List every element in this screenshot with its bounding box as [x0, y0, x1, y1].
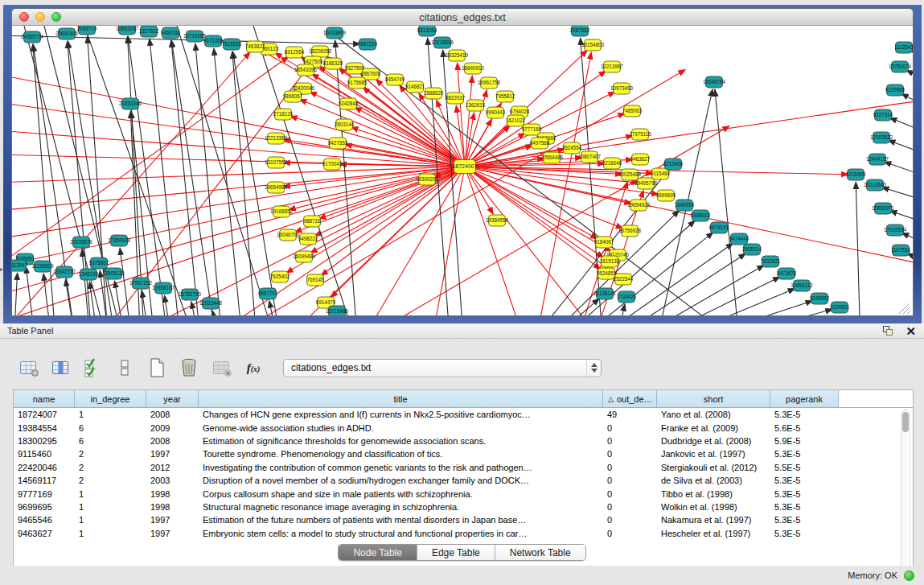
column-header-in_degree[interactable]: in_degree: [75, 390, 146, 407]
network-node[interactable]: 1167533: [891, 245, 911, 256]
tab-network-table[interactable]: Network Table: [495, 545, 585, 560]
network-node[interactable]: 13505115: [102, 268, 125, 279]
resize-grip-icon[interactable]: [899, 303, 910, 314]
network-node[interactable]: 9463627: [630, 154, 651, 165]
network-node[interactable]: 9896067: [283, 91, 303, 102]
network-node[interactable]: 7625402: [270, 271, 290, 282]
network-node[interactable]: 769145: [306, 274, 324, 286]
network-node[interactable]: 16099489: [293, 251, 316, 262]
table-row[interactable]: 911546021997Tourette syndrome. Phenomeno…: [14, 447, 901, 460]
network-node[interactable]: 18300295: [416, 174, 439, 185]
network-node[interactable]: 9245652: [810, 293, 830, 304]
network-node[interactable]: 16640910: [462, 63, 485, 74]
network-node[interactable]: 10025488: [618, 169, 642, 180]
network-node[interactable]: 1588520: [424, 88, 444, 99]
network-node[interactable]: 18724007: [452, 160, 477, 174]
network-node[interactable]: 7463822: [245, 41, 265, 52]
table-row[interactable]: 1872400712008Changes of HCN gene express…: [14, 408, 901, 421]
network-node[interactable]: 20206576: [70, 237, 93, 248]
network-node[interactable]: 11156809: [31, 261, 54, 272]
network-node[interactable]: 20564486: [540, 152, 564, 163]
network-node[interactable]: 13107557: [265, 157, 288, 168]
minimize-window-icon[interactable]: [35, 12, 45, 22]
column-header-out_de[interactable]: △out_de…: [603, 390, 657, 407]
network-node[interactable]: 9242848: [339, 98, 359, 109]
network-node[interactable]: 1615132: [600, 256, 620, 267]
show-column-icon[interactable]: [48, 356, 72, 380]
network-node[interactable]: 6879197: [709, 222, 729, 233]
network-node[interactable]: 9375887: [89, 257, 109, 269]
column-header-short[interactable]: short: [657, 390, 770, 407]
table-row[interactable]: 969969511998Structural magnetic resonanc…: [14, 501, 901, 513]
table-selector-dropdown[interactable]: citations_edges.txt: [283, 359, 602, 377]
delete-columns-icon[interactable]: [177, 356, 201, 380]
network-node[interactable]: 7632621: [761, 256, 781, 267]
network-node[interactable]: 10958107: [152, 282, 175, 294]
column-header-title[interactable]: title: [199, 390, 603, 407]
network-node[interactable]: 8471676: [777, 268, 797, 279]
network-node[interactable]: 9146821: [405, 81, 425, 93]
table-row[interactable]: 2242004622012Investigating the contribut…: [14, 461, 901, 474]
network-node[interactable]: 8912954: [285, 47, 305, 58]
network-node[interactable]: 10653267: [116, 26, 139, 35]
network-node[interactable]: 12093822: [870, 132, 893, 143]
row-options-icon[interactable]: [113, 356, 137, 380]
network-node[interactable]: 12444157: [866, 154, 889, 165]
network-node[interactable]: 9170043: [322, 159, 343, 170]
network-node[interactable]: 16033809: [323, 27, 347, 39]
select-columns-icon[interactable]: [80, 356, 105, 380]
network-node[interactable]: 12923448: [199, 298, 223, 309]
column-header-pagerank[interactable]: pagerank: [770, 390, 839, 407]
table-row[interactable]: 946554611997Estimation of the future num…: [14, 513, 901, 526]
network-node[interactable]: 15718485: [326, 306, 349, 316]
scrollbar-thumb[interactable]: [902, 412, 909, 432]
network-node[interactable]: 1621022: [506, 115, 526, 126]
network-node[interactable]: 3624554: [562, 142, 582, 154]
network-node[interactable]: 1733426: [617, 291, 637, 303]
network-node[interactable]: 8427552: [328, 138, 348, 149]
network-node[interactable]: 10807467: [578, 151, 602, 163]
network-node[interactable]: 2093719: [77, 26, 97, 35]
network-node[interactable]: 9474444: [729, 233, 749, 245]
network-node[interactable]: 8213496: [663, 159, 684, 170]
network-node[interactable]: 20053346: [119, 98, 142, 109]
network-node[interactable]: 7857224: [358, 39, 378, 50]
table-row[interactable]: 946362711997Embryonic stem cells: a mode…: [14, 527, 901, 540]
tab-node-table[interactable]: Node Table: [339, 545, 417, 560]
network-node[interactable]: 9671358: [203, 35, 224, 47]
table-settings-icon[interactable]: [16, 356, 40, 380]
network-window-titlebar[interactable]: citations_edges.txt: [12, 9, 913, 26]
network-node[interactable]: 18226058: [309, 46, 332, 57]
network-node[interactable]: 19654985: [265, 182, 288, 193]
float-panel-icon[interactable]: [883, 326, 894, 336]
network-node[interactable]: 16648784: [703, 76, 726, 88]
network-node[interactable]: 1362615: [466, 100, 486, 111]
column-header-year[interactable]: year: [146, 390, 199, 407]
network-node[interactable]: 19218596: [431, 37, 454, 48]
network-node[interactable]: 2087682: [570, 26, 590, 36]
network-node[interactable]: 8216048: [602, 158, 622, 169]
network-node[interactable]: 1345194: [79, 269, 99, 280]
network-node[interactable]: 8186328: [323, 58, 343, 69]
network-node[interactable]: 18325419: [446, 50, 469, 61]
network-node[interactable]: 19384554: [486, 215, 509, 226]
network-node[interactable]: 10973493: [610, 83, 634, 94]
network-node[interactable]: 7485063: [622, 105, 643, 117]
network-node[interactable]: 10654112: [791, 280, 813, 291]
network-node[interactable]: 16782759: [179, 289, 202, 300]
table-row[interactable]: 977716911998Corpus callosum shape and si…: [14, 487, 901, 500]
network-node[interactable]: 17016534: [884, 225, 907, 236]
network-node[interactable]: 17975115: [629, 129, 651, 140]
table-row[interactable]: 1830029562008Estimation of significance …: [14, 435, 901, 447]
zoom-window-icon[interactable]: [51, 12, 61, 22]
network-node[interactable]: 9498222: [298, 233, 318, 245]
network-node[interactable]: 2803144: [335, 119, 355, 130]
network-node[interactable]: 16210643: [864, 179, 887, 191]
network-node[interactable]: 2935114: [742, 244, 762, 255]
network-node[interactable]: 19166852: [270, 206, 294, 217]
function-builder-icon[interactable]: f(x): [241, 356, 265, 380]
network-node[interactable]: 8938923: [691, 210, 711, 221]
network-node[interactable]: 8813054: [417, 26, 437, 36]
network-node[interactable]: 15751074: [889, 61, 912, 72]
network-node[interactable]: 9857791: [258, 288, 278, 299]
